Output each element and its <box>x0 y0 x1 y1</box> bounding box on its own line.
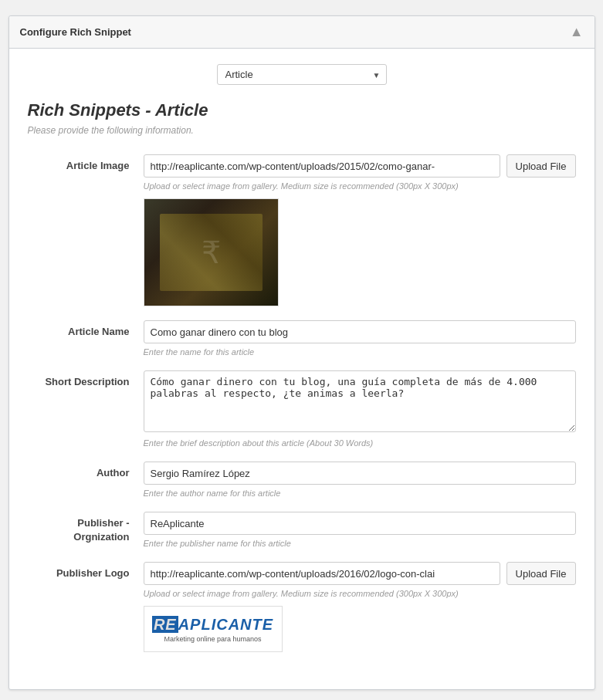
publisher-logo-preview: REAPLICANTE Marketing online para humano… <box>144 606 283 652</box>
publisher-logo-control: Upload File Upload or select image from … <box>144 562 576 652</box>
logo-text: REAPLICANTE <box>152 616 273 634</box>
short-description-row: Short Description Cómo ganar dinero con … <box>28 370 576 448</box>
panel-header: Configure Rich Snippet ▲ <box>9 16 595 49</box>
article-image-upload-button[interactable]: Upload File <box>506 154 576 178</box>
article-image-sim <box>144 198 278 306</box>
article-image-preview <box>144 198 279 306</box>
article-image-label: Article Image <box>28 154 144 173</box>
publisher-org-control: Enter the publisher name for this articl… <box>144 512 576 548</box>
short-description-textarea[interactable]: Cómo ganar dinero con tu blog, una guía … <box>144 370 576 432</box>
author-hint: Enter the author name for this article <box>144 489 576 498</box>
short-description-control: Cómo ganar dinero con tu blog, una guía … <box>144 370 576 448</box>
publisher-logo-row: Publisher Logo Upload File Upload or sel… <box>28 562 576 652</box>
publisher-logo-label: Publisher Logo <box>28 562 144 580</box>
article-image-input-row: Upload File <box>144 154 576 178</box>
logo-re: RE <box>152 616 178 633</box>
publisher-org-row: Publisher - Orgnization Enter the publis… <box>28 512 576 548</box>
snippet-type-select-wrapper: Article Review Product Recipe Event Pers… <box>217 64 387 85</box>
article-image-hint: Upload or select image from gallery. Med… <box>144 181 576 191</box>
article-name-row: Article Name Enter the name for this art… <box>28 320 576 357</box>
snippet-type-row: Article Review Product Recipe Event Pers… <box>28 64 576 85</box>
author-row: Author Enter the author name for this ar… <box>28 462 576 498</box>
logo-simulation: REAPLICANTE Marketing online para humano… <box>146 610 279 649</box>
panel-toggle-icon[interactable]: ▲ <box>570 24 584 40</box>
configure-rich-snippet-panel: Configure Rich Snippet ▲ Article Review … <box>8 15 595 690</box>
article-image-row: Article Image Upload File Upload or sele… <box>28 154 576 306</box>
article-name-label: Article Name <box>28 320 144 339</box>
logo-tagline: Marketing online para humanos <box>164 635 261 643</box>
panel-title: Configure Rich Snippet <box>20 26 131 38</box>
publisher-logo-input-row: Upload File <box>144 562 576 585</box>
author-label: Author <box>28 462 144 480</box>
section-subtitle: Please provide the following information… <box>28 125 576 136</box>
publisher-org-label: Publisher - Orgnization <box>28 512 144 544</box>
short-description-label: Short Description <box>28 370 144 389</box>
section-title: Rich Snippets - Article <box>28 100 576 120</box>
author-control: Enter the author name for this article <box>144 462 576 498</box>
short-description-hint: Enter the brief description about this a… <box>144 438 576 448</box>
publisher-org-hint: Enter the publisher name for this articl… <box>144 539 576 548</box>
article-image-url-input[interactable] <box>144 154 500 178</box>
article-name-input[interactable] <box>144 320 576 343</box>
snippet-type-select[interactable]: Article Review Product Recipe Event Pers… <box>217 64 387 85</box>
publisher-org-input[interactable] <box>144 512 576 535</box>
publisher-logo-upload-button[interactable]: Upload File <box>506 562 576 585</box>
publisher-logo-url-input[interactable] <box>144 562 500 585</box>
author-input[interactable] <box>144 462 576 485</box>
article-image-control: Upload File Upload or select image from … <box>144 154 576 306</box>
article-name-control: Enter the name for this article <box>144 320 576 357</box>
panel-body: Article Review Product Recipe Event Pers… <box>9 49 595 689</box>
article-name-hint: Enter the name for this article <box>144 347 576 357</box>
publisher-logo-hint: Upload or select image from gallery. Med… <box>144 589 576 598</box>
